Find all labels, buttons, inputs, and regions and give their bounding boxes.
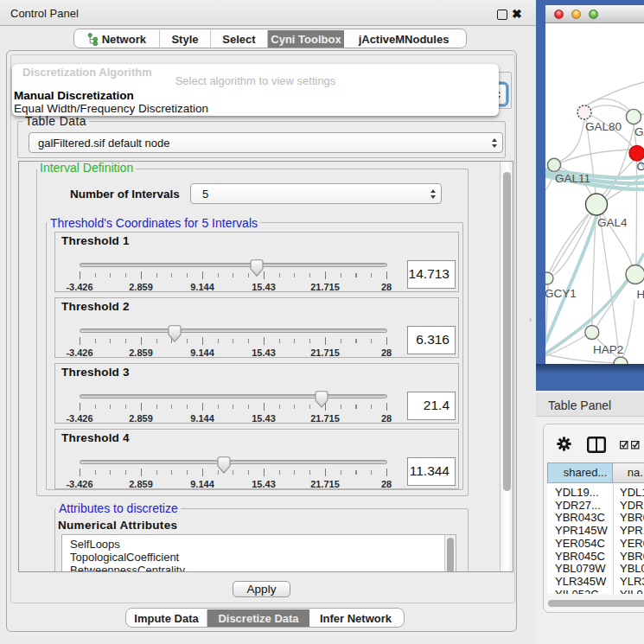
svg-text:GAL80: GAL80 <box>585 120 622 133</box>
svg-text:C: C <box>637 160 644 173</box>
svg-text:H: H <box>637 288 644 301</box>
svg-text:GAL: GAL <box>634 125 644 138</box>
svg-text:GAL4: GAL4 <box>597 216 628 229</box>
svg-text:GAL11: GAL11 <box>555 172 590 185</box>
svg-text:HAP2: HAP2 <box>593 343 623 356</box>
svg-text:GCY1: GCY1 <box>545 287 577 300</box>
